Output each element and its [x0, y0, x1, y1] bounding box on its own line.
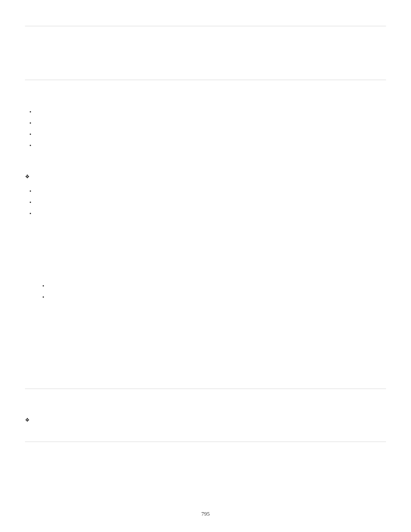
- diamond-list-item: ❖: [25, 172, 386, 184]
- document-page: ❖ ❖ 795: [0, 0, 411, 532]
- list-item: [28, 118, 386, 129]
- page-number: 795: [0, 510, 411, 517]
- list-item: [40, 281, 386, 292]
- diamond-icon: ❖: [25, 174, 30, 179]
- diamond-icon: ❖: [25, 417, 30, 423]
- spacer: [25, 220, 386, 280]
- spacer: [25, 395, 386, 416]
- spacer: [25, 429, 386, 434]
- list-item: [28, 107, 386, 118]
- list-item: [40, 292, 386, 303]
- section-block: ❖: [25, 80, 386, 389]
- list-item: [28, 186, 386, 197]
- spacer: [25, 32, 386, 72]
- diamond-list-item: ❖: [25, 416, 386, 428]
- bullet-list: [25, 186, 386, 219]
- page-content: ❖ ❖: [25, 26, 386, 442]
- bullet-list: [25, 107, 386, 151]
- list-item: [28, 197, 386, 208]
- section-block: ❖: [25, 389, 386, 442]
- section-block: [25, 26, 386, 80]
- list-item: [28, 140, 386, 151]
- divider: [25, 442, 386, 442]
- spacer: [25, 303, 386, 381]
- list-item: [28, 129, 386, 140]
- sub-bullet-list: [25, 281, 386, 303]
- spacer: [25, 86, 386, 107]
- spacer: [25, 152, 386, 172]
- list-item: [28, 208, 386, 219]
